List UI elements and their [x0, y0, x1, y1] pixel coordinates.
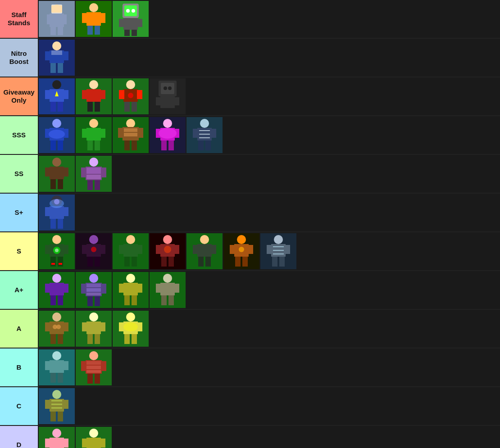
char-ap1[interactable]	[39, 272, 75, 308]
svg-rect-102	[193, 129, 198, 138]
svg-point-283	[89, 429, 98, 438]
char-ss1[interactable]	[39, 156, 75, 192]
svg-rect-37	[45, 90, 50, 99]
svg-point-194	[52, 274, 61, 283]
char-s1[interactable]	[39, 233, 75, 269]
svg-rect-150	[87, 257, 93, 267]
svg-rect-209	[86, 293, 101, 295]
svg-rect-166	[168, 257, 174, 267]
char-s6[interactable]	[223, 233, 259, 269]
svg-rect-6	[58, 27, 63, 35]
svg-rect-131	[58, 219, 63, 229]
svg-point-43	[89, 80, 98, 89]
svg-rect-251	[45, 361, 50, 370]
svg-rect-78	[82, 129, 87, 138]
char-sss5[interactable]	[186, 117, 223, 153]
char-s7[interactable]	[260, 233, 296, 269]
char-staff2[interactable]	[76, 1, 112, 37]
tier-label-splus: S+	[0, 194, 38, 231]
svg-point-241	[126, 312, 135, 321]
svg-point-61	[168, 86, 172, 90]
tier-label-ss: SS	[0, 155, 38, 193]
svg-rect-55	[132, 102, 137, 112]
char-s2[interactable]	[76, 233, 112, 269]
svg-rect-89	[124, 128, 137, 132]
svg-rect-180	[235, 257, 241, 267]
svg-rect-11	[86, 12, 101, 26]
char-c1[interactable]	[39, 388, 75, 424]
char-ap4[interactable]	[150, 272, 186, 308]
svg-rect-206	[95, 296, 100, 306]
char-give4[interactable]	[150, 78, 186, 114]
svg-point-133	[54, 199, 59, 204]
svg-point-100	[200, 119, 209, 128]
char-d1[interactable]	[39, 427, 75, 448]
svg-rect-120	[101, 167, 106, 177]
tier-content-s	[38, 232, 500, 270]
char-give2[interactable]	[76, 78, 112, 114]
svg-point-76	[89, 119, 98, 128]
char-ap3[interactable]	[113, 272, 149, 308]
char-s4[interactable]	[150, 233, 186, 269]
svg-point-232	[56, 325, 61, 329]
svg-rect-63	[156, 97, 161, 105]
svg-rect-171	[193, 245, 198, 254]
tier-content-ss	[38, 155, 500, 193]
char-sss4[interactable]	[150, 117, 186, 153]
svg-rect-123	[86, 167, 101, 174]
svg-rect-62	[160, 96, 175, 108]
char-sss1[interactable]	[39, 117, 75, 153]
char-a3[interactable]	[113, 311, 149, 347]
svg-rect-196	[45, 284, 50, 293]
svg-rect-181	[242, 257, 248, 267]
char-s5[interactable]	[186, 233, 223, 269]
tier-label-nitro: Nitro Boost	[0, 39, 38, 77]
svg-rect-262	[86, 361, 101, 365]
tier-label-staff: Staff Stands	[0, 0, 38, 38]
char-s3[interactable]	[113, 233, 149, 269]
char-sp1[interactable]	[39, 195, 75, 231]
tier-label-b: B	[0, 348, 38, 386]
char-sss3[interactable]	[113, 117, 149, 153]
svg-point-35	[52, 80, 61, 89]
tier-content-aplus	[38, 271, 500, 309]
char-ss2[interactable]	[76, 156, 112, 192]
char-give3[interactable]	[113, 78, 149, 114]
char-a2[interactable]	[76, 311, 112, 347]
svg-rect-284	[86, 438, 101, 448]
svg-rect-216	[132, 295, 137, 305]
svg-rect-286	[100, 439, 105, 448]
svg-point-142	[55, 249, 59, 252]
svg-rect-29	[45, 51, 50, 60]
char-b2[interactable]	[76, 349, 112, 385]
char-nitro1[interactable]	[39, 40, 75, 76]
char-sss2[interactable]	[76, 117, 112, 153]
svg-rect-39	[50, 102, 56, 112]
char-d2[interactable]	[76, 427, 112, 448]
svg-rect-195	[50, 283, 64, 295]
char-ap2[interactable]	[76, 272, 112, 308]
svg-rect-45	[82, 90, 87, 99]
svg-point-152	[91, 247, 96, 252]
char-give1[interactable]	[39, 78, 75, 114]
svg-rect-129	[63, 207, 68, 216]
svg-rect-245	[124, 334, 130, 344]
svg-rect-285	[82, 439, 87, 448]
svg-rect-223	[168, 295, 174, 305]
svg-point-56	[128, 93, 133, 98]
svg-rect-149	[100, 245, 105, 254]
svg-rect-22	[119, 19, 124, 27]
tier-row-staff: Staff Stands	[0, 0, 500, 39]
char-a1[interactable]	[39, 311, 75, 347]
svg-rect-164	[174, 245, 179, 254]
svg-rect-81	[95, 140, 100, 150]
char-staff3[interactable]	[113, 1, 149, 37]
svg-rect-212	[123, 283, 138, 295]
svg-rect-4	[61, 14, 67, 24]
svg-rect-178	[230, 245, 235, 254]
tier-row-b: B	[0, 348, 500, 387]
svg-rect-222	[161, 295, 167, 305]
svg-rect-261	[95, 374, 100, 384]
char-b1[interactable]	[39, 349, 75, 385]
char-staff1[interactable]	[39, 1, 75, 37]
